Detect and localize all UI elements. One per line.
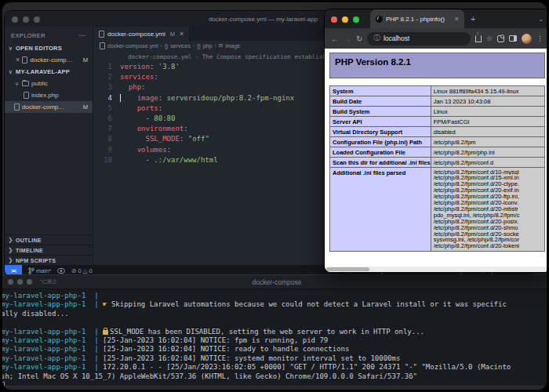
minimize-window-icon[interactable] xyxy=(17,279,23,285)
desktop: docker-compose.yml — my-laravel-app EXPL… xyxy=(0,0,549,392)
maximize-window-icon[interactable] xyxy=(27,279,32,285)
line-number: 3 xyxy=(93,82,120,93)
container-name: my-laravel-app-php-1 xyxy=(1,345,85,353)
address-bar[interactable]: ⓘ localhost xyxy=(367,32,471,45)
phpinfo-row: Scan this dir for additional .ini files/… xyxy=(330,158,545,168)
terminal-cursor xyxy=(1,382,5,387)
terminal-line: my-laravel-app-php-1 | 172.20.0.1 - - [2… xyxy=(1,363,549,372)
tree-item-index-php[interactable]: index.php xyxy=(5,89,93,101)
close-tab-icon[interactable]: × xyxy=(455,16,459,23)
extensions-icon[interactable] xyxy=(497,35,504,42)
object-icon: {} xyxy=(165,43,168,49)
phpinfo-table: SystemLinux 881ff89fa434 5.15.49-linuxBu… xyxy=(329,85,545,252)
open-editor-label: docker-compose.yml xyxy=(30,56,74,64)
chevron-down-icon: ∨ xyxy=(8,69,13,75)
terminal-line: my-laravel-app-php-1 | [25-Jan-2023 16:0… xyxy=(1,345,549,354)
side-panel-icon[interactable] xyxy=(509,35,517,42)
menu-icon[interactable]: ⋮ xyxy=(536,34,544,42)
line-number: 8 xyxy=(93,134,120,144)
git-branch-icon xyxy=(28,267,35,274)
close-window-icon[interactable] xyxy=(12,16,18,23)
line-number: 5 xyxy=(93,103,120,114)
terminal-titlebar: ⌥⌘2 docker-compose xyxy=(0,275,549,289)
line-number: 6 xyxy=(93,114,120,124)
chevron-right-icon: ❯ xyxy=(8,257,13,263)
maximize-window-icon[interactable] xyxy=(34,16,40,23)
text-cursor xyxy=(120,94,121,102)
browser-tab[interactable]: PHP 8.2.1 - phpinfo() × xyxy=(370,9,464,28)
terminal-title: docker-compose xyxy=(0,278,549,286)
folder-icon xyxy=(22,81,29,86)
container-name: my-laravel-app-php-1 xyxy=(1,354,85,362)
outline-section[interactable]: ❯ OUTLINE xyxy=(5,234,93,245)
timeline-section[interactable]: ❯ TIMELINE xyxy=(5,245,93,255)
close-tab-icon[interactable]: × xyxy=(180,31,184,38)
forward-icon[interactable]: → xyxy=(344,34,351,43)
minimize-window-icon[interactable] xyxy=(23,16,29,23)
container-name: my-laravel-app-php-1 xyxy=(1,336,85,344)
minimize-window-icon[interactable] xyxy=(342,16,348,23)
line-number: 4 xyxy=(93,93,120,103)
file-icon xyxy=(99,31,104,38)
close-window-icon[interactable] xyxy=(331,16,337,23)
project-section[interactable]: ∨ MY-LARAVEL-APP xyxy=(5,66,93,78)
phpinfo-row: Build SystemLinux xyxy=(330,107,545,117)
tab-search-icon[interactable]: ⌄ xyxy=(538,16,544,23)
explorer-sidebar: EXPLORER ⋯ ∨ OPEN EDITORS × docker-compo… xyxy=(5,27,93,265)
tab-docker-compose[interactable]: docker-compose.yml M × xyxy=(93,27,190,41)
scrollbar-thumb[interactable] xyxy=(326,267,369,271)
explorer-more-icon[interactable]: ⋯ xyxy=(79,31,86,39)
file-icon xyxy=(22,56,27,64)
open-editors-section[interactable]: ∨ OPEN EDITORS xyxy=(5,42,93,54)
open-editor-item[interactable]: × docker-compose.yml M xyxy=(5,54,93,66)
reload-icon[interactable]: ↻ xyxy=(356,34,362,43)
explorer-header: EXPLORER ⋯ xyxy=(5,27,93,42)
line-number: 9 xyxy=(93,145,120,155)
browser-toolbar: ← → ↻ ⓘ localhost ☆ ⋮ xyxy=(325,28,549,49)
terminal-line: ally disabled... xyxy=(1,310,549,318)
bookmark-star-icon[interactable]: ☆ xyxy=(486,34,493,42)
phpinfo-title: PHP Version 8.2.1 xyxy=(329,53,545,78)
modified-badge: M xyxy=(83,56,89,64)
new-tab-icon[interactable]: + xyxy=(471,14,475,24)
problems-item[interactable]: ⊘0 △0 xyxy=(71,267,92,274)
fullscreen-window-icon[interactable] xyxy=(353,16,359,23)
close-window-icon[interactable] xyxy=(8,279,13,285)
pointing-hand-icon: ☛ xyxy=(103,300,111,308)
breadcrumb-separator: › xyxy=(193,43,195,49)
close-icon[interactable]: × xyxy=(16,56,20,64)
horizontal-scrollbar[interactable] xyxy=(325,267,549,272)
terminal-line: my-laravel-app-php-1 | SSL_MODE has been… xyxy=(1,328,549,336)
file-icon xyxy=(100,42,105,49)
site-info-icon[interactable]: ⓘ xyxy=(373,34,380,43)
browser-content: PHP Version 8.2.1 SystemLinux 881ff89fa4… xyxy=(325,49,549,272)
phpinfo-row: Loaded Configuration File/etc/php/8.2/fp… xyxy=(330,147,545,158)
terminal-line: my-laravel-app-php-1 | ☛ Skipping Larave… xyxy=(1,300,549,309)
share-icon[interactable] xyxy=(475,35,482,42)
phpinfo-row: SystemLinux 881ff89fa434 5.15.49-linux xyxy=(330,86,545,96)
terminal-line: my-laravel-app-php-1 | [25-Jan-2023 16:0… xyxy=(1,354,549,363)
tree-item-public[interactable]: ∨ public xyxy=(5,78,93,89)
phpinfo-row: Server APIFPM/FastCGI xyxy=(330,117,545,127)
breadcrumb-separator: › xyxy=(214,43,216,49)
gitlens-eye-item[interactable] xyxy=(57,268,65,274)
file-icon xyxy=(24,92,29,99)
terminal-line xyxy=(1,318,549,327)
terminal-output[interactable]: my-laravel-app-php-1 | my-laravel-app-ph… xyxy=(0,289,549,387)
container-name: my-laravel-app-php-1 xyxy=(1,300,85,308)
chevron-right-icon: ❯ xyxy=(8,237,13,243)
terminal-shortcut: ⌥⌘2 xyxy=(39,278,56,285)
phpinfo-row: Build DateJan 13 2023 10:43:08 xyxy=(330,96,545,107)
back-icon[interactable]: ← xyxy=(331,34,339,43)
explorer-title: EXPLORER xyxy=(11,32,45,39)
profile-avatar[interactable] xyxy=(522,34,532,44)
modified-badge: M xyxy=(170,31,176,38)
git-branch-item[interactable]: main* xyxy=(28,267,51,274)
window-controls[interactable] xyxy=(12,12,45,26)
tree-item-docker-compose[interactable]: docker-compose.yml M xyxy=(5,101,93,113)
chevron-right-icon: ❯ xyxy=(8,247,13,253)
object-icon: {} xyxy=(197,43,200,49)
window-controls[interactable] xyxy=(331,12,364,26)
favicon xyxy=(376,16,383,23)
npm-scripts-section[interactable]: ❯ NPM SCRIPTS xyxy=(5,255,93,265)
